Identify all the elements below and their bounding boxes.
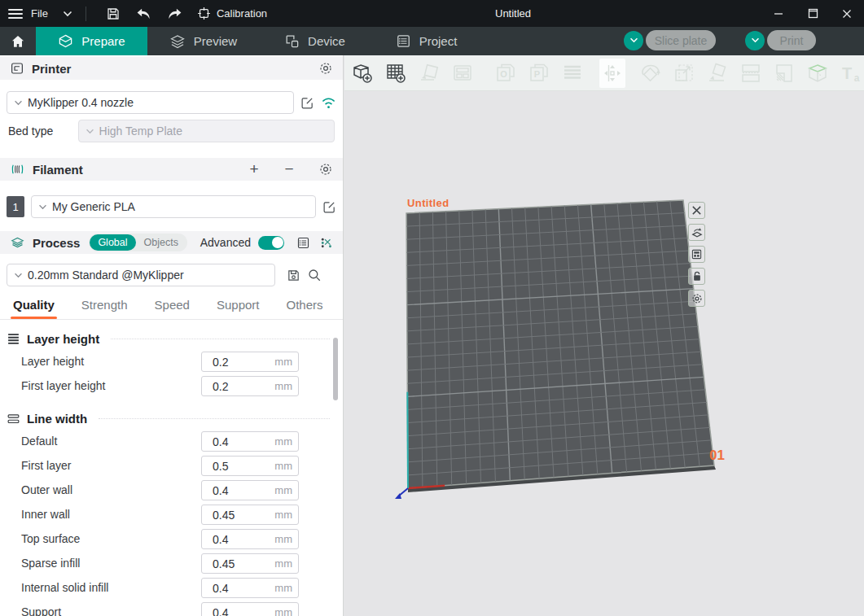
- line-width-outer-wall-input[interactable]: [202, 484, 265, 497]
- edit-filament-icon[interactable]: [322, 200, 336, 214]
- tab-preview[interactable]: Preview: [147, 27, 259, 55]
- printer-preset-select[interactable]: MyKlipper 0.4 nozzle: [7, 91, 294, 114]
- plate-name-label: Untitled: [407, 197, 450, 209]
- slice-plate-button[interactable]: Slice plate: [646, 30, 716, 50]
- edit-printer-icon[interactable]: [300, 96, 314, 110]
- auto-orient-icon[interactable]: [416, 59, 442, 88]
- printer-settings-gear-icon[interactable]: [318, 61, 333, 76]
- tab-device-label: Device: [308, 34, 345, 48]
- minimize-button[interactable]: [761, 0, 796, 27]
- variable-layer-height-icon[interactable]: [805, 59, 831, 88]
- filament-icon: [10, 162, 25, 177]
- print-button[interactable]: Print: [767, 30, 816, 50]
- window-title: Untitled: [495, 0, 531, 27]
- param-row: Top surface mm: [0, 526, 343, 551]
- line-width-top-surface-input[interactable]: [202, 533, 265, 546]
- process-title: Process: [33, 236, 80, 250]
- plate-number-label: 01: [709, 448, 725, 464]
- tab-prepare[interactable]: Prepare: [36, 27, 147, 55]
- close-button[interactable]: [830, 0, 864, 27]
- parameter-list-icon[interactable]: [296, 236, 310, 250]
- line-width-inner-wall-input[interactable]: [202, 509, 265, 522]
- filament-settings-gear-icon[interactable]: [318, 162, 333, 177]
- scope-objects[interactable]: Objects: [136, 234, 186, 251]
- printer-icon: [10, 61, 24, 76]
- svg-text:a: a: [854, 72, 860, 84]
- text-tool-icon[interactable]: Ta: [838, 59, 864, 88]
- delete-plate-icon[interactable]: [688, 202, 705, 219]
- add-filament-button[interactable]: +: [245, 161, 263, 177]
- process-preset-select[interactable]: 0.20mm Standard @MyKlipper: [7, 264, 275, 286]
- filament-slot-badge: 1: [7, 196, 24, 217]
- orient-plate-icon[interactable]: [688, 224, 705, 241]
- line-width-default-input[interactable]: [202, 435, 265, 448]
- line-width-first-layer-input[interactable]: [202, 460, 265, 473]
- arrange-icon[interactable]: [450, 59, 476, 88]
- printer-header: Printer: [0, 57, 343, 80]
- scope-global[interactable]: Global: [90, 234, 135, 251]
- scale-icon[interactable]: [671, 59, 697, 88]
- copy-icon[interactable]: O: [493, 59, 519, 88]
- save-icon[interactable]: [99, 0, 127, 27]
- bed-type-select[interactable]: High Temp Plate: [78, 120, 335, 142]
- tab-support[interactable]: Support: [217, 298, 260, 319]
- line-width-internal-solid-infill-input[interactable]: [202, 582, 265, 595]
- tab-project[interactable]: Project: [371, 27, 482, 55]
- line-width-icon: [7, 413, 20, 425]
- plate-settings-icon[interactable]: [688, 290, 705, 307]
- paste-icon[interactable]: P: [526, 59, 552, 88]
- add-object-icon[interactable]: [349, 59, 375, 88]
- line-width-sparse-infill-input[interactable]: [202, 557, 265, 570]
- first-layer-height-input[interactable]: [202, 380, 265, 393]
- tab-speed[interactable]: Speed: [155, 298, 190, 319]
- process-icon: [10, 235, 25, 250]
- search-settings-icon[interactable]: [307, 268, 322, 282]
- save-preset-icon[interactable]: [287, 269, 300, 282]
- layers-icon[interactable]: [559, 59, 586, 88]
- tab-others[interactable]: Others: [287, 298, 323, 319]
- home-button[interactable]: [0, 27, 36, 55]
- layer-height-input[interactable]: [202, 356, 265, 369]
- layer-height-icon: [7, 333, 20, 345]
- viewport-3d: Untitled 01: [344, 91, 864, 616]
- calibration-button[interactable]: Calibration: [197, 7, 267, 20]
- line-width-support-input[interactable]: [202, 606, 265, 616]
- advanced-toggle[interactable]: [258, 236, 284, 250]
- sidebar-scrollbar[interactable]: [333, 338, 338, 400]
- lay-flat-icon[interactable]: [704, 59, 730, 88]
- preset-compare-icon[interactable]: [319, 236, 333, 250]
- arrange-plate-icon[interactable]: [688, 246, 705, 263]
- move-icon[interactable]: [599, 59, 625, 88]
- filament-header: Filament + −: [0, 158, 343, 181]
- preview-icon: [169, 33, 186, 50]
- maximize-button[interactable]: [796, 0, 830, 27]
- sidebar: Printer MyKlipper 0.4 nozzle Bed type Hi…: [0, 55, 344, 616]
- fill-color-icon[interactable]: [771, 59, 797, 88]
- undo-icon[interactable]: [130, 0, 158, 27]
- print-options-chevron[interactable]: [745, 31, 765, 50]
- section-line-width: Line width: [0, 408, 343, 429]
- hamburger-menu-icon[interactable]: [8, 9, 23, 19]
- remove-filament-button[interactable]: −: [280, 161, 298, 177]
- cut-icon[interactable]: [738, 59, 764, 88]
- viewport-toolbar: O P Ta: [344, 55, 864, 91]
- tab-project-label: Project: [419, 34, 458, 48]
- file-menu[interactable]: File: [31, 7, 48, 20]
- tab-quality[interactable]: Quality: [13, 298, 55, 319]
- tab-device[interactable]: Device: [259, 27, 371, 55]
- file-menu-chevron-icon[interactable]: [63, 11, 72, 17]
- rotate-icon[interactable]: [638, 59, 664, 88]
- filament-preset-select[interactable]: My Generic PLA: [31, 195, 316, 218]
- wifi-connection-icon[interactable]: [321, 97, 336, 109]
- titlebar-divider: [86, 7, 86, 21]
- param-row: Inner wall mm: [0, 502, 343, 526]
- bed-type-value: High Temp Plate: [99, 125, 182, 138]
- param-row: First layer height mm: [0, 374, 343, 398]
- lock-plate-icon[interactable]: [688, 268, 705, 285]
- redo-icon[interactable]: [161, 0, 189, 27]
- process-preset-value: 0.20mm Standard @MyKlipper: [28, 269, 184, 282]
- add-plate-icon[interactable]: [383, 59, 409, 88]
- slice-options-chevron[interactable]: [624, 31, 643, 50]
- tab-strength[interactable]: Strength: [81, 298, 128, 319]
- home-icon: [10, 33, 26, 50]
